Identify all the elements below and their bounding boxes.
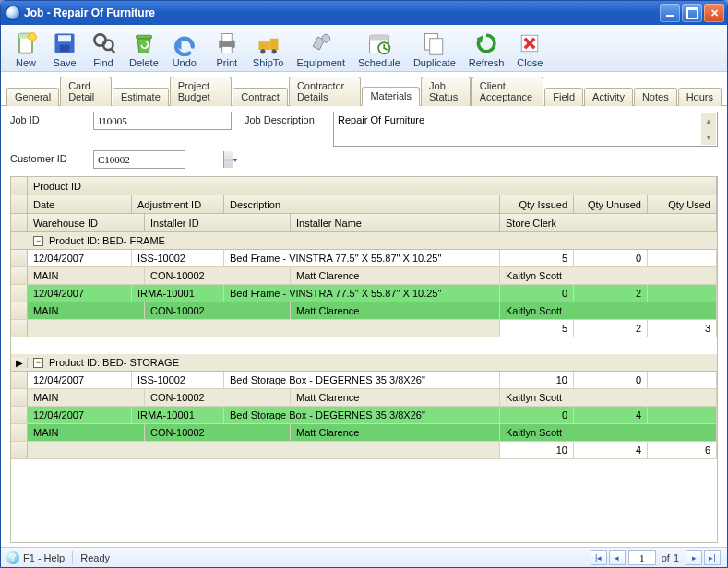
- tab-client-acceptance[interactable]: Client Acceptance: [471, 77, 544, 106]
- cell-store-clerk[interactable]: Kaitlyn Scott: [500, 302, 717, 319]
- tab-hours[interactable]: Hours: [678, 88, 722, 106]
- cell-qty-unused[interactable]: 0: [574, 372, 648, 388]
- cell-installer-id[interactable]: CON-10002: [145, 267, 291, 284]
- titlebar[interactable]: Job - Repair Of Furniture: [1, 1, 727, 25]
- customer-id-input[interactable]: [94, 151, 223, 168]
- delete-button[interactable]: Delete: [123, 28, 165, 70]
- tab-job-status[interactable]: Job Status: [421, 77, 471, 106]
- col-store-clerk[interactable]: Store Clerk: [500, 214, 717, 231]
- cell-adjustment-id[interactable]: IRMA-10001: [132, 285, 224, 302]
- cell-description[interactable]: Bed Frame - VINSTRA 77.5" X 55.87" X 10.…: [224, 285, 500, 302]
- equipment-button[interactable]: Equipment: [290, 28, 352, 70]
- cell-installer-name[interactable]: Matt Clarence: [291, 424, 500, 441]
- group-header[interactable]: ▶ − Product ID: BED- STORAGE: [11, 354, 717, 372]
- cell-installer-name[interactable]: Matt Clarence: [291, 389, 500, 406]
- tab-field[interactable]: Field: [544, 88, 583, 106]
- col-qty-issued[interactable]: Qty Issued: [500, 195, 574, 213]
- tab-contract[interactable]: Contract: [233, 88, 288, 106]
- tab-card-detail[interactable]: Card Detail: [60, 77, 112, 106]
- cell-qty-used[interactable]: [648, 250, 717, 266]
- tab-general[interactable]: General: [6, 88, 59, 106]
- cell-warehouse-id[interactable]: MAIN: [28, 267, 145, 284]
- col-product-id[interactable]: Product ID: [28, 177, 717, 195]
- status-help[interactable]: F1 - Help: [23, 552, 65, 563]
- cell-store-clerk[interactable]: Kaitlyn Scott: [500, 267, 717, 284]
- scroll-up-icon[interactable]: ▲: [701, 113, 716, 128]
- cell-qty-issued[interactable]: 5: [500, 250, 574, 266]
- data-row[interactable]: MAIN CON-10002 Matt Clarence Kaitlyn Sco…: [11, 424, 717, 442]
- save-button[interactable]: Save: [45, 28, 84, 70]
- col-date[interactable]: Date: [28, 195, 132, 213]
- tab-materials[interactable]: Materials: [362, 87, 420, 106]
- col-adjustment-id[interactable]: Adjustment ID: [132, 195, 224, 213]
- cell-qty-used[interactable]: [648, 372, 717, 388]
- shipto-button[interactable]: ShipTo: [246, 28, 291, 70]
- page-first-button[interactable]: |◂: [591, 550, 607, 565]
- cell-qty-unused[interactable]: 0: [574, 250, 648, 266]
- cell-store-clerk[interactable]: Kaitlyn Scott: [500, 424, 717, 441]
- grid-body[interactable]: − Product ID: BED- FRAME 12/04/2007 ISS-…: [11, 232, 717, 542]
- data-row[interactable]: MAIN CON-10002 Matt Clarence Kaitlyn Sco…: [11, 302, 717, 320]
- cell-store-clerk[interactable]: Kaitlyn Scott: [500, 389, 717, 406]
- refresh-button[interactable]: Refresh: [462, 28, 511, 70]
- cell-qty-used[interactable]: [648, 285, 717, 302]
- group-header[interactable]: − Product ID: BED- FRAME: [11, 232, 717, 250]
- col-qty-used[interactable]: Qty Used: [648, 195, 717, 213]
- cell-qty-issued[interactable]: 0: [500, 285, 574, 302]
- tab-project-budget[interactable]: Project Budget: [170, 77, 233, 106]
- cell-installer-name[interactable]: Matt Clarence: [291, 302, 500, 319]
- job-id-input[interactable]: [93, 112, 232, 130]
- cell-qty-unused[interactable]: 2: [574, 285, 648, 302]
- scroll-down-icon[interactable]: ▼: [701, 130, 716, 145]
- cell-qty-issued[interactable]: 10: [500, 372, 574, 388]
- cell-installer-id[interactable]: CON-10002: [145, 302, 291, 319]
- undo-button[interactable]: Undo: [165, 28, 204, 70]
- customer-id-combo[interactable]: ⋯ ▾: [93, 150, 185, 169]
- data-row[interactable]: MAIN CON-10002 Matt Clarence Kaitlyn Sco…: [11, 267, 717, 285]
- cell-warehouse-id[interactable]: MAIN: [28, 424, 145, 441]
- window-minimize-button[interactable]: [660, 4, 680, 22]
- help-icon[interactable]: ?: [6, 551, 19, 564]
- data-row[interactable]: 12/04/2007 IRMA-10001 Bed Frame - VINSTR…: [11, 285, 717, 302]
- cell-qty-used[interactable]: [648, 407, 717, 423]
- cell-installer-id[interactable]: CON-10002: [145, 424, 291, 441]
- group-toggle-icon[interactable]: −: [33, 236, 43, 246]
- page-last-button[interactable]: ▸|: [704, 550, 721, 565]
- cell-warehouse-id[interactable]: MAIN: [28, 389, 145, 406]
- col-installer-id[interactable]: Installer ID: [145, 214, 291, 231]
- cell-date[interactable]: 12/04/2007: [28, 285, 132, 302]
- new-button[interactable]: New: [6, 28, 45, 70]
- cell-description[interactable]: Bed Storage Box - DEGERNES 35 3/8X26": [224, 407, 500, 423]
- tab-contractor-details[interactable]: Contractor Details: [289, 77, 361, 106]
- tab-notes[interactable]: Notes: [634, 88, 677, 106]
- data-row[interactable]: 12/04/2007 ISS-10002 Bed Frame - VINSTRA…: [11, 250, 717, 267]
- close-button[interactable]: Close: [510, 28, 549, 70]
- window-maximize-button[interactable]: [682, 4, 702, 22]
- duplicate-button[interactable]: Duplicate: [407, 28, 462, 70]
- materials-grid[interactable]: Product ID Date Adjustment ID Descriptio…: [10, 176, 718, 543]
- customer-id-dropdown-button[interactable]: ▾: [233, 151, 237, 168]
- print-button[interactable]: Print: [208, 28, 246, 70]
- cell-warehouse-id[interactable]: MAIN: [28, 302, 145, 319]
- page-next-button[interactable]: ▸: [686, 550, 702, 565]
- cell-date[interactable]: 12/04/2007: [28, 372, 132, 388]
- col-description[interactable]: Description: [224, 195, 500, 213]
- data-row[interactable]: 12/04/2007 IRMA-10001 Bed Storage Box - …: [11, 407, 717, 424]
- group-toggle-icon[interactable]: −: [33, 358, 43, 368]
- job-description-input[interactable]: Repair Of Furniture ▲ ▼: [333, 112, 718, 147]
- cell-installer-name[interactable]: Matt Clarence: [291, 267, 500, 284]
- job-description-scrollbar[interactable]: ▲ ▼: [701, 113, 716, 145]
- find-button[interactable]: Find: [84, 28, 123, 70]
- tab-estimate[interactable]: Estimate: [113, 88, 169, 106]
- data-row[interactable]: MAIN CON-10002 Matt Clarence Kaitlyn Sco…: [11, 389, 717, 407]
- customer-id-lookup-button[interactable]: ⋯: [223, 151, 233, 168]
- cell-date[interactable]: 12/04/2007: [28, 407, 132, 423]
- schedule-button[interactable]: Schedule: [352, 28, 407, 70]
- col-warehouse-id[interactable]: Warehouse ID: [28, 214, 145, 231]
- page-number-input[interactable]: [628, 550, 656, 565]
- cell-installer-id[interactable]: CON-10002: [145, 389, 291, 406]
- tab-activity[interactable]: Activity: [584, 88, 633, 106]
- cell-qty-issued[interactable]: 0: [500, 407, 574, 423]
- cell-adjustment-id[interactable]: IRMA-10001: [132, 407, 224, 423]
- data-row[interactable]: 12/04/2007 ISS-10002 Bed Storage Box - D…: [11, 372, 717, 389]
